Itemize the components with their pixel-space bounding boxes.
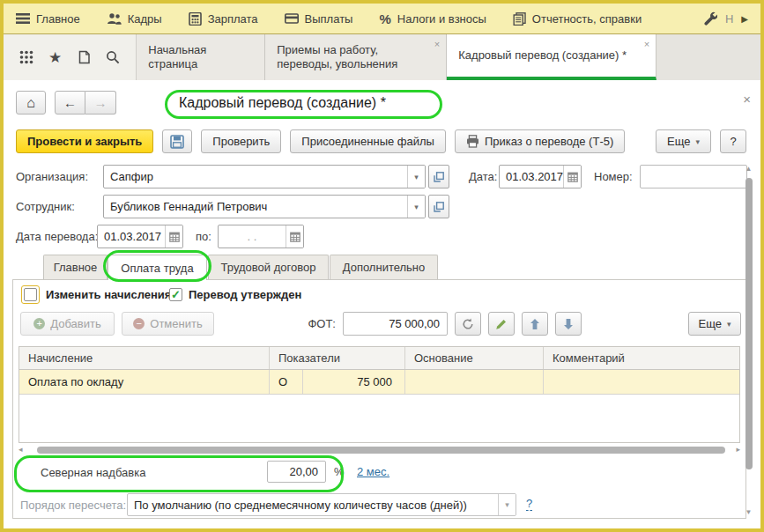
column-header[interactable]: Начисление (19, 347, 270, 369)
chevron-down-icon[interactable]: ▾ (407, 196, 425, 218)
back-button[interactable]: ← (55, 91, 85, 115)
menu-item-taxes[interactable]: % Налоги и взносы (379, 11, 486, 26)
menu-item-label: Налоги и взносы (397, 12, 486, 26)
form-close-icon[interactable]: × (743, 92, 751, 107)
tab-personnel-transfer[interactable]: Кадровый перевод (создание) * × (447, 34, 656, 80)
change-accruals-checkbox[interactable] (24, 288, 37, 301)
check-button[interactable]: Проверить (201, 129, 281, 153)
print-order-button[interactable]: Приказ о переводе (Т-5) (455, 129, 625, 153)
fot-input[interactable]: 75 000,00 (343, 312, 448, 336)
employee-combo[interactable]: Бубликов Геннадий Петрович ▾ (103, 195, 426, 218)
chevron-down-icon[interactable]: ▾ (407, 166, 425, 188)
move-down-button[interactable] (555, 312, 582, 336)
doc-date-input[interactable]: 01.03.2017 (499, 165, 582, 188)
doc-date-value[interactable]: 01.03.2017 (500, 166, 563, 188)
refresh-icon (462, 318, 474, 330)
doc-tab-payroll[interactable]: Оплата труда (108, 255, 207, 280)
column-header[interactable]: Показатели (270, 347, 405, 369)
northern-allowance-input[interactable]: 20,00 (267, 461, 326, 483)
left-arrow-icon[interactable]: ◂ (19, 446, 23, 454)
doc-tab-contract[interactable]: Трудовой договор (208, 255, 329, 279)
transfer-date-to-input[interactable]: . . (218, 225, 304, 248)
hamburger-icon (16, 12, 30, 25)
print-order-label: Приказ о переводе (Т-5) (485, 135, 613, 148)
horizontal-scrollbar[interactable]: ◂ ▸ (19, 445, 740, 454)
close-icon[interactable]: × (644, 39, 649, 49)
cell-amount[interactable]: 75 000 (303, 370, 405, 394)
doc-tab-label: Оплата труда (121, 262, 193, 275)
doc-number-input[interactable] (640, 165, 747, 188)
menu-item-main[interactable]: Главное (16, 12, 80, 26)
home-button[interactable]: ⌂ (16, 91, 46, 115)
post-and-close-button[interactable]: Провести и закрыть (16, 129, 153, 153)
tab-start-page[interactable]: Начальная страница (137, 34, 265, 80)
menu-item-label: Кадры (128, 12, 162, 26)
down-arrow-icon[interactable]: ▼ (745, 509, 753, 516)
transfer-date-value[interactable]: 01.03.2017 (98, 225, 165, 248)
calendar-icon[interactable] (286, 225, 303, 248)
employee-open-button[interactable] (428, 195, 449, 218)
percent-unit-label: % (334, 460, 345, 484)
checkbox-focus-ring (21, 285, 40, 304)
table-row[interactable]: Оплата по окладу О 75 000 (19, 370, 739, 395)
calendar-icon[interactable] (165, 225, 182, 248)
recalc-order-value[interactable]: По умолчанию (по среднемесячному количес… (128, 494, 498, 515)
cell-indicator[interactable]: О (270, 370, 303, 394)
doc-tab-additional[interactable]: Дополнительно (330, 255, 438, 279)
history-icon[interactable] (77, 50, 91, 65)
close-icon[interactable]: × (434, 39, 440, 49)
search-icon[interactable] (106, 50, 120, 64)
recalc-help-link[interactable]: ? (526, 497, 532, 511)
more-button[interactable]: Еще ▾ (656, 129, 711, 153)
scrollbar-track[interactable] (745, 173, 753, 509)
up-arrow-icon[interactable]: ▲ (745, 166, 753, 173)
fot-label: ФОТ: (278, 312, 336, 336)
add-row-button[interactable]: + Добавить (20, 312, 115, 336)
allowance-period-link[interactable]: 2 мес. (357, 465, 389, 478)
scrollbar-thumb[interactable] (37, 447, 726, 454)
menu-item-reports[interactable]: Отчетность, справки (513, 12, 642, 26)
menu-overflow-arrow-icon[interactable]: ▶ (741, 14, 748, 24)
column-header[interactable]: Основание (405, 347, 544, 369)
transfer-date-to-value[interactable]: . . (219, 225, 286, 248)
doc-tab-label: Трудовой договор (221, 261, 316, 274)
save-button[interactable] (162, 129, 192, 153)
wrench-icon[interactable] (703, 11, 717, 26)
vertical-scrollbar[interactable]: ▲ ▼ (745, 166, 753, 516)
menu-item-hr[interactable]: Кадры (107, 12, 162, 26)
transfer-approved-checkbox[interactable]: ✓ (169, 288, 182, 301)
organization-open-button[interactable] (428, 165, 449, 188)
doc-tab-main[interactable]: Главное (43, 255, 108, 279)
menu-grid-icon[interactable] (19, 50, 33, 64)
menu-item-payments[interactable]: Выплаты (285, 12, 353, 26)
favorites-star-icon[interactable]: ★ (48, 50, 62, 65)
cell-basis[interactable] (405, 370, 544, 394)
employee-value[interactable]: Бубликов Геннадий Петрович (104, 196, 407, 218)
refresh-button[interactable] (455, 312, 481, 336)
move-up-button[interactable] (522, 312, 548, 336)
attached-files-button[interactable]: Присоединенные файлы (290, 129, 446, 153)
edit-button[interactable] (488, 312, 515, 336)
right-arrow-icon[interactable]: ▸ (736, 446, 740, 454)
menu-overflow-item[interactable]: Н (725, 12, 733, 26)
organization-combo[interactable]: Сапфир ▾ (103, 165, 426, 188)
tab-hires-transfers[interactable]: Приемы на работу, переводы, увольнения × (265, 34, 447, 80)
scrollbar-thumb[interactable] (745, 178, 753, 469)
minus-icon: − (133, 318, 145, 329)
doc-date-label: Дата: (469, 165, 497, 188)
app-window: Главное Кадры Зарплата Выплаты % Налоги … (0, 0, 764, 532)
cell-comment[interactable] (544, 370, 739, 394)
plus-icon: + (33, 318, 45, 329)
recalc-order-combo[interactable]: По умолчанию (по среднемесячному количес… (127, 493, 516, 516)
chevron-down-icon[interactable]: ▾ (498, 494, 516, 515)
transfer-date-input[interactable]: 01.03.2017 (97, 225, 183, 248)
accruals-more-button[interactable]: Еще ▾ (688, 312, 741, 336)
organization-value[interactable]: Сапфир (104, 166, 407, 188)
cancel-row-button[interactable]: − Отменить (122, 312, 214, 336)
help-button[interactable]: ? (720, 129, 746, 153)
calendar-icon[interactable] (563, 166, 581, 188)
cell-accrual[interactable]: Оплата по окладу (19, 370, 270, 394)
column-header[interactable]: Комментарий (544, 347, 739, 369)
menu-item-salary[interactable]: Зарплата (189, 12, 258, 26)
forward-button[interactable]: → (85, 91, 116, 115)
